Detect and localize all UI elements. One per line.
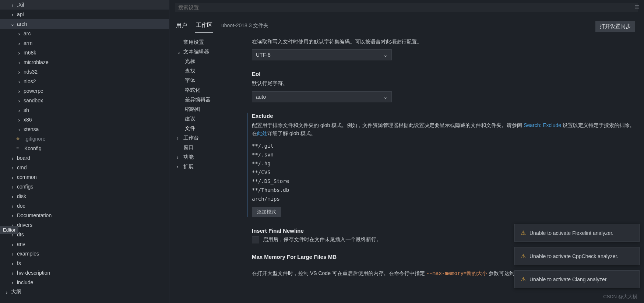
setting-title: Exclude: [252, 113, 635, 119]
tree-item-nios2[interactable]: nios2: [0, 77, 169, 86]
nav-item[interactable]: 光标: [169, 57, 243, 66]
tree-item-label: fs: [17, 260, 21, 266]
tree-item-label: Documentation: [17, 212, 52, 218]
tree-item-disk[interactable]: disk: [0, 191, 169, 201]
more-actions-icon[interactable]: ☰: [634, 4, 640, 11]
tree-item-Documentation[interactable]: Documentation: [0, 211, 169, 220]
tree-item-board[interactable]: board: [0, 153, 169, 163]
chevron-right-icon: [10, 251, 15, 257]
nav-item[interactable]: 常用设置: [169, 38, 243, 47]
chevron-right-icon: [16, 88, 22, 94]
tree-item-configs[interactable]: configs: [0, 182, 169, 191]
tree-item-label: cmd: [17, 165, 27, 170]
tree-item-doc[interactable]: doc: [0, 201, 169, 211]
encoding-select[interactable]: UTF-8 ⌄: [252, 49, 392, 60]
tab-workspace[interactable]: 工作区: [195, 20, 213, 33]
exclude-pattern-item[interactable]: arch/mips: [252, 194, 635, 203]
settings-search-input[interactable]: [175, 3, 638, 12]
tree-item-powerpc[interactable]: powerpc: [0, 86, 169, 96]
tree-item-label: sh: [24, 107, 29, 113]
chevron-right-icon: [10, 2, 15, 8]
chevron-right-icon: [177, 135, 182, 141]
nav-item[interactable]: 工作台: [169, 133, 243, 143]
exclude-pattern-item[interactable]: **/.svn: [252, 150, 635, 159]
settings-toc: 常用设置文本编辑器光标查找字体格式化差异编辑器缩略图建议文件工作台窗口功能扩展: [169, 33, 243, 303]
tree-item-label: arc: [24, 31, 31, 36]
tree-item-include[interactable]: include: [0, 278, 169, 287]
chevron-right-icon: [10, 174, 15, 180]
chevron-right-icon: [16, 107, 22, 113]
tree-item-hw-description[interactable]: hw-description: [0, 268, 169, 278]
chevron-right-icon: [16, 40, 22, 46]
nav-item[interactable]: 查找: [169, 66, 243, 76]
notification-toast[interactable]: ⚠Unable to activate Clang analyzer.: [514, 270, 640, 288]
nav-item[interactable]: 文件: [169, 124, 243, 133]
setting-desc: 配置用于排除文件和文件夹的 glob 模式。例如，文件资源管理器根据此设置决定要…: [252, 121, 635, 138]
tree-item-label: api: [17, 11, 24, 17]
tree-item-label: env: [17, 241, 25, 247]
chevron-right-icon: [16, 117, 22, 123]
tree-item-dts[interactable]: dts: [0, 230, 169, 239]
warning-icon: ⚠: [521, 253, 526, 260]
tree-item-arch[interactable]: arch: [0, 19, 169, 29]
nav-item[interactable]: 差异编辑器: [169, 95, 243, 105]
exclude-pattern-item[interactable]: **/.hg: [252, 159, 635, 168]
nav-item[interactable]: 缩略图: [169, 105, 243, 114]
nav-item[interactable]: 扩展: [169, 162, 243, 172]
tree-item-label: nds32: [24, 69, 38, 75]
chevron-right-icon: [16, 50, 22, 56]
tab-user[interactable]: 用户: [175, 20, 188, 33]
nav-item[interactable]: 字体: [169, 76, 243, 85]
exclude-pattern-item[interactable]: **/.DS_Store: [252, 177, 635, 186]
setting-desc: 默认行尾字符。: [252, 79, 635, 87]
chevron-right-icon: [10, 241, 15, 247]
chevron-down-icon: ⌄: [383, 52, 388, 58]
notification-toast[interactable]: ⚠Unable to activate CppCheck analyzer.: [514, 247, 640, 265]
tree-item-sandbox[interactable]: sandbox: [0, 96, 169, 105]
tree-item-drivers[interactable]: drivers: [0, 220, 169, 230]
nav-item[interactable]: 功能: [169, 152, 243, 162]
tree-item-common[interactable]: common: [0, 172, 169, 182]
tree-item-arm[interactable]: arm: [0, 38, 169, 48]
tree-item-m68k[interactable]: m68k: [0, 48, 169, 57]
search-exclude-link[interactable]: Search: Exclude: [524, 122, 561, 128]
tree-item-xtensa[interactable]: xtensa: [0, 124, 169, 134]
nav-item-label: 功能: [183, 154, 194, 161]
notification-toast[interactable]: ⚠Unable to activate Flexelint analyzer.: [514, 224, 640, 242]
tree-item-fs[interactable]: fs: [0, 258, 169, 268]
tree-item-microblaze[interactable]: microblaze: [0, 57, 169, 67]
outline-section[interactable]: 大纲: [0, 287, 169, 297]
tree-item-cmd[interactable]: cmd: [0, 163, 169, 172]
tree-item-label: microblaze: [24, 59, 49, 65]
tree-item-x86[interactable]: x86: [0, 115, 169, 124]
chevron-right-icon: [10, 279, 15, 286]
nav-item-label: 扩展: [183, 163, 194, 170]
settings-tabs: 用户 工作区 uboot-2018.3 文件夹 打开设置同步: [169, 15, 644, 33]
tab-folder[interactable]: uboot-2018.3 文件夹: [221, 20, 269, 33]
setting-exclude: Exclude 配置用于排除文件和文件夹的 glob 模式。例如，文件资源管理器…: [247, 113, 635, 217]
tree-item-nds32[interactable]: nds32: [0, 67, 169, 77]
nav-item[interactable]: 格式化: [169, 85, 243, 95]
open-settings-sync-button[interactable]: 打开设置同步: [595, 21, 635, 32]
chevron-down-icon: ⌄: [383, 94, 388, 100]
editor-tooltip: Editor: [0, 226, 18, 234]
exclude-pattern-item[interactable]: **/CVS: [252, 168, 635, 177]
exclude-pattern-item[interactable]: **/Thumbs.db: [252, 186, 635, 194]
tree-item-gitignore[interactable]: ◆.gitignore: [0, 134, 169, 144]
tree-item-arc[interactable]: arc: [0, 29, 169, 38]
nav-item[interactable]: 文本编辑器: [169, 47, 243, 57]
exclude-pattern-item[interactable]: **/.git: [252, 141, 635, 150]
add-pattern-button[interactable]: 添加模式: [252, 207, 281, 217]
tree-item-sh[interactable]: sh: [0, 105, 169, 115]
eol-select[interactable]: auto ⌄: [252, 91, 392, 102]
tree-item-api[interactable]: api: [0, 10, 169, 19]
glob-help-link[interactable]: 此处: [257, 130, 267, 136]
tree-item-Kconfig[interactable]: ≡Kconfig: [0, 144, 169, 153]
nav-item[interactable]: 建议: [169, 114, 243, 124]
tree-item-env[interactable]: env: [0, 239, 169, 249]
nav-item[interactable]: 窗口: [169, 143, 243, 152]
tree-item-Xil[interactable]: .Xil: [0, 0, 169, 10]
tree-item-examples[interactable]: examples: [0, 249, 169, 258]
tree-item-label: sandbox: [24, 98, 43, 103]
insert-newline-checkbox[interactable]: [252, 236, 259, 243]
